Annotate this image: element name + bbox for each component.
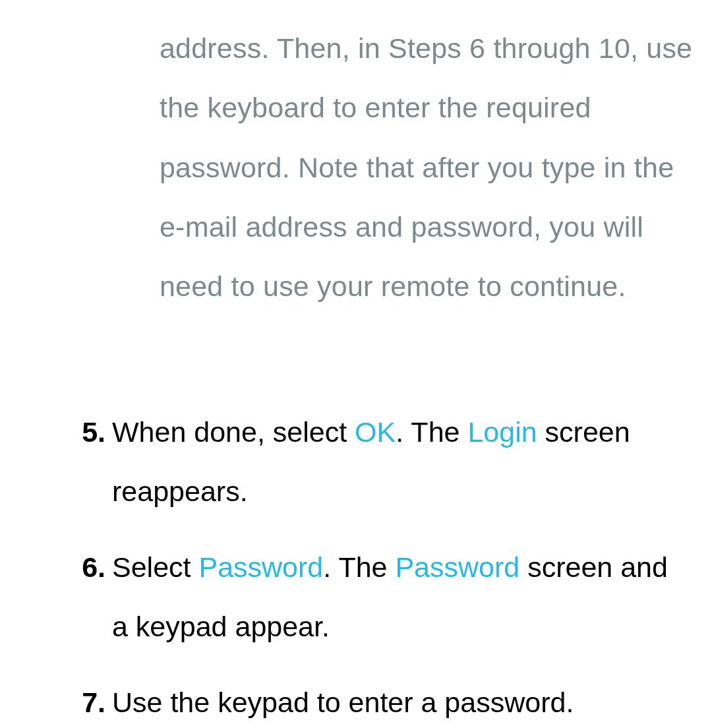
step-5-text-1: When done, select — [112, 416, 355, 448]
step-5: 5.When done, select OK. The Login screen… — [71, 402, 697, 522]
step-6-text-2: . The — [323, 551, 395, 583]
password-highlight-2: Password — [395, 551, 519, 583]
ok-highlight: OK — [355, 416, 396, 448]
step-5-body: When done, select OK. The Login screen r… — [112, 402, 689, 522]
step-6-number: 6. — [71, 537, 112, 597]
intro-text: address. Then, in Steps 6 through 10, us… — [160, 32, 692, 302]
step-7-number: 7. — [71, 673, 112, 728]
step-7: 7.Use the keypad to enter a password. — [71, 673, 697, 728]
login-highlight: Login — [467, 416, 537, 448]
step-7-text-1: Use the keypad to enter a password. — [112, 686, 574, 718]
step-6-body: Select Password. The Password screen and… — [112, 537, 689, 657]
password-highlight-1: Password — [198, 551, 323, 583]
step-7-body: Use the keypad to enter a password. — [112, 673, 689, 728]
step-6: 6.Select Password. The Password screen a… — [71, 537, 697, 657]
step-6-text-1: Select — [112, 551, 198, 583]
step-5-number: 5. — [71, 402, 112, 462]
step-5-text-2: . The — [396, 416, 467, 448]
intro-paragraph: address. Then, in Steps 6 through 10, us… — [160, 18, 694, 316]
